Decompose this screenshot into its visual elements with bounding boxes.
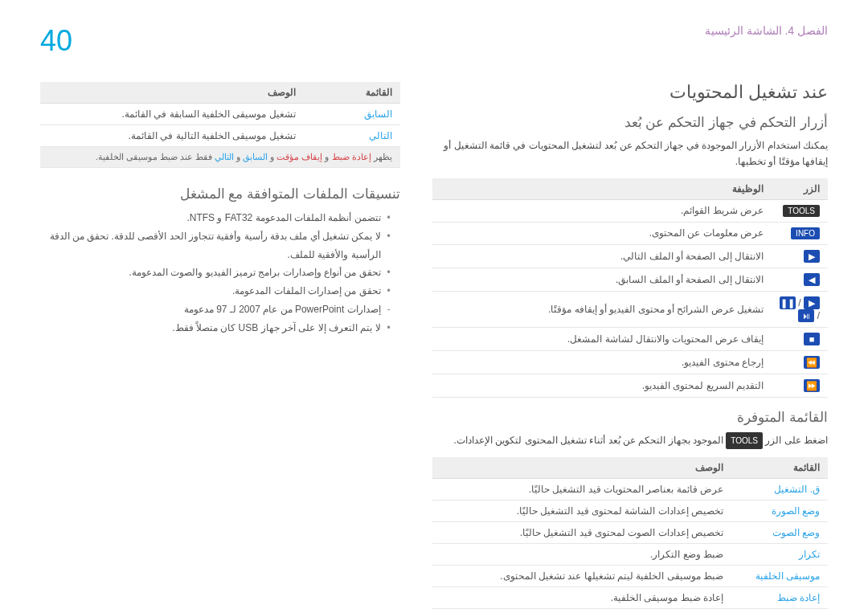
remote-buttons-para: يمكنك استخدام الأزرار الموجودة في جهاز ا… xyxy=(432,137,828,170)
section-title-playing: عند تشغيل المحتويات xyxy=(432,82,828,103)
subsection-available-menu: القائمة المتوفرة xyxy=(432,409,828,426)
media-icon: ⏪ xyxy=(804,356,820,369)
list-item: لا يتم التعرف إلا على آخر جهاز USB كان م… xyxy=(40,319,391,337)
button-desc-cell: الانتقال إلى الصفحة أو الملف التالي. xyxy=(432,244,772,268)
button-desc-cell: عرض شريط القوائم. xyxy=(432,199,772,222)
menu-row: تكرارضبط وضع التكرار. xyxy=(432,543,828,565)
buttons-row: INFOعرض معلومات عن المحتوى. xyxy=(432,222,828,244)
menu-name-cell: وضع الصوت xyxy=(731,521,828,543)
buttons-row: TOOLSعرض شريط القوائم. xyxy=(432,199,828,222)
pn-th-menu: القائمة xyxy=(304,82,400,104)
button-desc-cell: تشغيل عرض الشرائح أو محتوى الفيديو أو إي… xyxy=(432,291,772,327)
media-icon: ⏯ xyxy=(798,309,814,322)
note-reset: إعادة ضبط xyxy=(332,152,371,161)
pn-menu-cell: السابق xyxy=(304,104,400,125)
pn-desc-cell: تشغيل موسيقى الخلفية التالية في القائمة. xyxy=(40,125,304,147)
info-icon: INFO xyxy=(791,227,820,239)
menu-desc-cell: ضبط وضع التكرار. xyxy=(432,543,731,565)
menu-row: وضع الصورةتخصيص إعدادات الشاشة لمحتوى قي… xyxy=(432,500,828,521)
menu-th-menu: القائمة xyxy=(731,457,828,479)
buttons-row: ◀الانتقال إلى الصفحة أو الملف السابق. xyxy=(432,268,828,291)
note-row: يظهر إعادة ضبط و إيقاف مؤقت و السابق و ا… xyxy=(40,147,400,168)
button-icon-cell: ▶ xyxy=(772,244,828,268)
media-icon: ▶ xyxy=(804,296,820,309)
buttons-row: ⏩التقديم السريع لمحتوى الفيديو. xyxy=(432,374,828,397)
buttons-row: ■إيقاف عرض المحتويات والانتقال لشاشة الم… xyxy=(432,327,828,350)
list-item: تحقق من أنواع وإصدارات برامج ترميز الفيد… xyxy=(40,264,391,282)
menu-name-cell: ق. التشغيل xyxy=(731,478,828,500)
button-desc-cell: إرجاع محتوى الفيديو. xyxy=(432,350,772,374)
button-desc-cell: عرض معلومات عن المحتوى. xyxy=(432,222,772,244)
note-next: التالي xyxy=(215,152,234,161)
button-icon-cell: ◀ xyxy=(772,268,828,291)
list-item: تحقق من إصدارات الملفات المدعومة. xyxy=(40,282,391,300)
menu-desc-cell: عرض قائمة بعناصر المحتويات قيد التشغيل ح… xyxy=(432,478,731,500)
pn-th-desc: الوصف xyxy=(40,82,304,104)
menu-name-cell: موسيقى الخلفية xyxy=(731,565,828,586)
buttons-th-button: الزر xyxy=(772,178,828,200)
menu-row: موسيقى الخلفيةضبط موسيقى الخلفية ليتم تش… xyxy=(432,565,828,586)
pn-menu-cell: التالي xyxy=(304,125,400,147)
media-icon: ■ xyxy=(804,333,820,345)
list-item: إصدارات PowerPoint من عام 2007 لـ 97 مدع… xyxy=(40,300,391,319)
button-desc-cell: إيقاف عرض المحتويات والانتقال لشاشة المش… xyxy=(432,327,772,350)
menu-table: القائمة الوصف ق. التشغيلعرض قائمة بعناصر… xyxy=(432,457,828,613)
left-column: القائمة الوصف السابقتشغيل موسيقى الخلفية… xyxy=(40,82,400,613)
tools-icon: TOOLS xyxy=(783,205,820,217)
chapter-label: الفصل 4. الشاشة الرئيسية xyxy=(705,24,828,37)
menu-desc-cell: إعادة ضبط موسيقى الخلفية. xyxy=(432,586,731,608)
button-icon-cell: INFO xyxy=(772,222,828,244)
menu-name-cell: تكرار xyxy=(731,543,828,565)
list-item: تتضمن أنظمة الملفات المدعومة FAT32 و NTF… xyxy=(40,209,391,227)
menu-desc-cell: تخصيص إعدادات الشاشة لمحتوى قيد التشغيل … xyxy=(432,500,731,521)
media-icon: ▶ xyxy=(804,250,820,263)
media-icon: ◀ xyxy=(804,273,820,286)
list-item: لا يمكن تشغيل أي ملف بدقة رأسية وأفقية ت… xyxy=(40,227,391,264)
note-prev: السابق xyxy=(243,152,268,161)
buttons-row: ⏪إرجاع محتوى الفيديو. xyxy=(432,350,828,374)
pn-row: التاليتشغيل موسيقى الخلفية التالية في ال… xyxy=(40,125,400,147)
menu-desc-cell: إيقاف موسيقى الخلفية مؤقتًا. xyxy=(432,608,731,613)
media-icon: ❚❚ xyxy=(780,296,796,309)
menu-row: وضع الصوتتخصيص إعدادات الصوت لمحتوى قيد … xyxy=(432,521,828,543)
menu-desc-cell: تخصيص إعدادات الصوت لمحتوى قيد التشغيل ح… xyxy=(432,521,731,543)
page-number: 40 xyxy=(40,24,72,58)
available-menu-para: اضغط على الزر TOOLS الموجود بجهاز التحكم… xyxy=(432,432,828,449)
prev-next-table: القائمة الوصف السابقتشغيل موسيقى الخلفية… xyxy=(40,82,400,168)
menu-row: ق. التشغيلعرض قائمة بعناصر المحتويات قيد… xyxy=(432,478,828,500)
pn-row: السابقتشغيل موسيقى الخلفية السابقة في ال… xyxy=(40,104,400,125)
button-icon-cell: ■ xyxy=(772,327,828,350)
buttons-th-function: الوظيفة xyxy=(432,178,772,200)
button-icon-cell: TOOLS xyxy=(772,199,828,222)
button-icon-cell: ⏩ xyxy=(772,374,828,397)
button-icon-cell: ⏪ xyxy=(772,350,828,374)
subsection-remote-buttons: أزرار التحكم في جهاز التحكم عن بُعد xyxy=(432,114,828,131)
page-header: الفصل 4. الشاشة الرئيسية 40 xyxy=(40,24,828,58)
main-columns: عند تشغيل المحتويات أزرار التحكم في جهاز… xyxy=(40,82,828,613)
menu-row: إيقاف مؤقتإيقاف موسيقى الخلفية مؤقتًا. xyxy=(432,608,828,613)
button-desc-cell: الانتقال إلى الصفحة أو الملف السابق. xyxy=(432,268,772,291)
note-pause: إيقاف مؤقت xyxy=(276,152,322,161)
right-column: عند تشغيل المحتويات أزرار التحكم في جهاز… xyxy=(432,82,828,613)
menu-row: إعادة ضبطإعادة ضبط موسيقى الخلفية. xyxy=(432,586,828,608)
subsection-file-formats: تنسيقات الملفات المتوافقة مع المشغل xyxy=(40,186,400,202)
menu-name-cell: وضع الصورة xyxy=(731,500,828,521)
pn-desc-cell: تشغيل موسيقى الخلفية السابقة في القائمة. xyxy=(40,104,304,125)
menu-name-cell: إيقاف مؤقت xyxy=(731,608,828,613)
menu-desc-cell: ضبط موسيقى الخلفية ليتم تشغيلها عند تشغي… xyxy=(432,565,731,586)
buttons-row: ▶ / ❚❚ / ⏯تشغيل عرض الشرائح أو محتوى الف… xyxy=(432,291,828,327)
tools-button-label: TOOLS xyxy=(726,432,763,449)
buttons-table: الزر الوظيفة TOOLSعرض شريط القوائم.INFOع… xyxy=(432,178,828,398)
menu-th-desc: الوصف xyxy=(432,457,731,479)
buttons-row: ▶الانتقال إلى الصفحة أو الملف التالي. xyxy=(432,244,828,268)
button-icon-cell: ▶ / ❚❚ / ⏯ xyxy=(772,291,828,327)
button-desc-cell: التقديم السريع لمحتوى الفيديو. xyxy=(432,374,772,397)
media-icon: ⏩ xyxy=(804,379,820,392)
file-format-list: تتضمن أنظمة الملفات المدعومة FAT32 و NTF… xyxy=(40,209,400,337)
menu-name-cell: إعادة ضبط xyxy=(731,586,828,608)
